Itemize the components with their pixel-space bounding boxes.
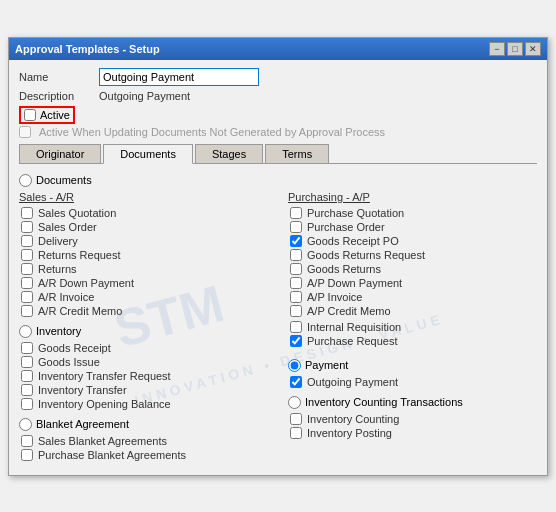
purchase-quotation-label: Purchase Quotation	[307, 207, 404, 219]
outgoing-payment-checkbox[interactable]	[290, 376, 302, 388]
purchase-quotation-checkbox[interactable]	[290, 207, 302, 219]
payment-radio-label: Payment	[305, 359, 348, 371]
list-item: Goods Issue	[21, 356, 268, 368]
ap-invoice-checkbox[interactable]	[290, 291, 302, 303]
purchase-blanket-label: Purchase Blanket Agreements	[38, 449, 186, 461]
documents-section: Documents Sales - A/R Sales Quotation Sa…	[19, 170, 537, 467]
purchase-blanket-checkbox[interactable]	[21, 449, 33, 461]
ar-down-payment-checkbox[interactable]	[21, 277, 33, 289]
name-row: Name	[19, 68, 537, 86]
list-item: Delivery	[21, 235, 268, 247]
inv-counting-checkbox[interactable]	[290, 413, 302, 425]
list-item: Sales Order	[21, 221, 268, 233]
blanket-agreement-radio-row: Blanket Agreement	[19, 418, 268, 431]
inv-counting-label: Inventory Counting	[307, 413, 399, 425]
close-button[interactable]: ✕	[525, 42, 541, 56]
returns-request-checkbox[interactable]	[21, 249, 33, 261]
list-item: Inventory Transfer Request	[21, 370, 268, 382]
goods-issue-label: Goods Issue	[38, 356, 100, 368]
blanket-agreement-radio-label: Blanket Agreement	[36, 418, 129, 430]
tab-stages[interactable]: Stages	[195, 144, 263, 163]
ar-credit-memo-label: A/R Credit Memo	[38, 305, 122, 317]
list-item: Inventory Counting	[290, 413, 537, 425]
ar-down-payment-label: A/R Down Payment	[38, 277, 134, 289]
goods-returns-checkbox[interactable]	[290, 263, 302, 275]
delivery-label: Delivery	[38, 235, 78, 247]
active-checkbox[interactable]	[24, 109, 36, 121]
purchase-order-checkbox[interactable]	[290, 221, 302, 233]
list-item: Inventory Opening Balance	[21, 398, 268, 410]
goods-receipt-po-checkbox[interactable]	[290, 235, 302, 247]
returns-label: Returns	[38, 263, 77, 275]
list-item: Goods Returns Request	[290, 249, 537, 261]
inv-opening-balance-label: Inventory Opening Balance	[38, 398, 171, 410]
list-item: Inventory Transfer	[21, 384, 268, 396]
right-column: Purchasing - A/P Purchase Quotation Purc…	[278, 191, 537, 463]
active-row: Active	[19, 106, 537, 124]
ap-credit-memo-checkbox[interactable]	[290, 305, 302, 317]
list-item: Purchase Order	[290, 221, 537, 233]
sales-blanket-checkbox[interactable]	[21, 435, 33, 447]
purchase-request-checkbox[interactable]	[290, 335, 302, 347]
description-label: Description	[19, 90, 99, 102]
inv-posting-checkbox[interactable]	[290, 427, 302, 439]
ap-credit-memo-label: A/P Credit Memo	[307, 305, 391, 317]
list-item: A/R Down Payment	[21, 277, 268, 289]
sales-order-checkbox[interactable]	[21, 221, 33, 233]
ap-down-payment-checkbox[interactable]	[290, 277, 302, 289]
active-when-label: Active When Updating Documents Not Gener…	[39, 126, 385, 138]
inv-opening-balance-checkbox[interactable]	[21, 398, 33, 410]
inv-counting-transactions-radio[interactable]	[288, 396, 301, 409]
ap-down-payment-label: A/P Down Payment	[307, 277, 402, 289]
tab-content: STMINNOVATION • DESIGN • VALUE Documents…	[19, 170, 537, 467]
list-item: A/P Invoice	[290, 291, 537, 303]
ar-invoice-label: A/R Invoice	[38, 291, 94, 303]
inv-transfer-checkbox[interactable]	[21, 384, 33, 396]
purchase-order-label: Purchase Order	[307, 221, 385, 233]
tab-originator[interactable]: Originator	[19, 144, 101, 163]
sales-order-label: Sales Order	[38, 221, 97, 233]
delivery-checkbox[interactable]	[21, 235, 33, 247]
documents-radio[interactable]	[19, 174, 32, 187]
list-item: A/R Invoice	[21, 291, 268, 303]
inv-transfer-req-checkbox[interactable]	[21, 370, 33, 382]
goods-receipt-checkbox[interactable]	[21, 342, 33, 354]
list-item: Returns Request	[21, 249, 268, 261]
blanket-agreement-radio[interactable]	[19, 418, 32, 431]
description-row: Description Outgoing Payment	[19, 90, 537, 102]
active-when-checkbox[interactable]	[19, 126, 31, 138]
two-columns: Sales - A/R Sales Quotation Sales Order …	[19, 191, 537, 463]
tab-bar: Originator Documents Stages Terms	[19, 144, 537, 164]
name-input[interactable]	[99, 68, 259, 86]
maximize-button[interactable]: □	[507, 42, 523, 56]
payment-radio[interactable]	[288, 359, 301, 372]
list-item: Goods Returns	[290, 263, 537, 275]
returns-checkbox[interactable]	[21, 263, 33, 275]
ar-invoice-checkbox[interactable]	[21, 291, 33, 303]
active-when-row: Active When Updating Documents Not Gener…	[19, 126, 537, 138]
tab-terms[interactable]: Terms	[265, 144, 329, 163]
ar-credit-memo-checkbox[interactable]	[21, 305, 33, 317]
inv-counting-transactions-label: Inventory Counting Transactions	[305, 396, 463, 408]
documents-radio-row: Documents	[19, 174, 537, 187]
main-window: Approval Templates - Setup − □ ✕ Name De…	[8, 37, 548, 476]
minimize-button[interactable]: −	[489, 42, 505, 56]
inv-counting-radio-row: Inventory Counting Transactions	[288, 396, 537, 409]
description-value: Outgoing Payment	[99, 90, 190, 102]
list-item: A/P Down Payment	[290, 277, 537, 289]
inventory-radio[interactable]	[19, 325, 32, 338]
documents-radio-label: Documents	[36, 174, 92, 186]
goods-returns-req-checkbox[interactable]	[290, 249, 302, 261]
payment-section: Payment Outgoing Payment	[288, 359, 537, 388]
inventory-radio-row: Inventory	[19, 325, 268, 338]
sales-quotation-checkbox[interactable]	[21, 207, 33, 219]
title-bar: Approval Templates - Setup − □ ✕	[9, 38, 547, 60]
goods-issue-checkbox[interactable]	[21, 356, 33, 368]
payment-radio-row: Payment	[288, 359, 537, 372]
goods-returns-req-label: Goods Returns Request	[307, 249, 425, 261]
tab-documents[interactable]: Documents	[103, 144, 193, 164]
goods-returns-label: Goods Returns	[307, 263, 381, 275]
internal-req-checkbox[interactable]	[290, 321, 302, 333]
window-title: Approval Templates - Setup	[15, 43, 160, 55]
left-column: Sales - A/R Sales Quotation Sales Order …	[19, 191, 278, 463]
